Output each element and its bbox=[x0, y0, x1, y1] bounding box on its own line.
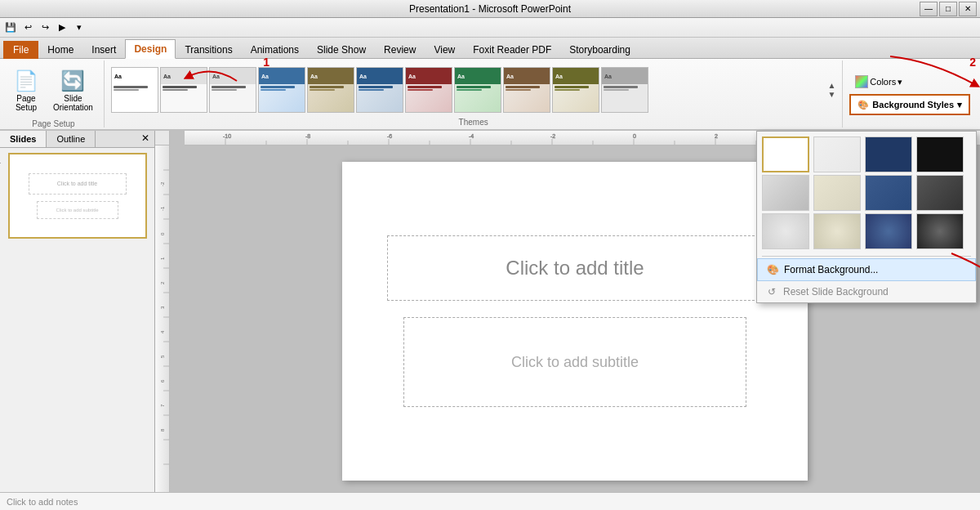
bg-style-2[interactable] bbox=[813, 136, 861, 172]
bg-style-11[interactable] bbox=[865, 213, 912, 249]
themes-group-label: Themes bbox=[459, 118, 488, 127]
orientation-label: SlideOrientation bbox=[53, 94, 93, 112]
window-title: Presentation1 - Microsoft PowerPoint bbox=[409, 3, 571, 15]
sidebar-tab-outline[interactable]: Outline bbox=[47, 131, 96, 147]
page-setup-icon: 📄 bbox=[14, 69, 38, 92]
sidebar-close-btn[interactable]: ✕ bbox=[136, 131, 154, 147]
theme-2[interactable]: Aa bbox=[160, 67, 207, 113]
tab-review[interactable]: Review bbox=[375, 40, 425, 59]
page-setup-group-label: Page Setup bbox=[32, 119, 74, 128]
ribbon-right-controls: Colors ▾ 🎨 Background Styles ▾ bbox=[843, 60, 977, 128]
minimize-btn[interactable]: — bbox=[920, 2, 938, 16]
slide-subtitle-area[interactable]: Click to add subtitle bbox=[403, 317, 746, 407]
bg-styles-icon: 🎨 bbox=[858, 100, 869, 110]
theme-partial[interactable]: Aa bbox=[601, 67, 648, 113]
theme-4[interactable]: Aa bbox=[258, 67, 305, 113]
page-setup-btn[interactable]: 📄 PageSetup bbox=[8, 64, 44, 118]
colors-dropdown-icon: ▾ bbox=[898, 77, 902, 87]
orientation-icon: 🔄 bbox=[60, 69, 85, 92]
theme-default[interactable]: Aa bbox=[111, 67, 158, 113]
bg-style-5[interactable] bbox=[762, 175, 809, 211]
slide-title-area[interactable]: Click to add title bbox=[387, 235, 763, 301]
bg-styles-dropdown-icon: ▾ bbox=[957, 100, 962, 110]
bg-style-3[interactable] bbox=[865, 136, 912, 172]
format-background-label: Format Background... bbox=[784, 264, 878, 275]
colors-swatch bbox=[855, 75, 868, 88]
tab-home[interactable]: Home bbox=[38, 40, 82, 59]
notes-bar[interactable]: Click to add notes bbox=[0, 492, 980, 510]
slide-thumbnail-1[interactable]: 1 Click to add title Click to add subtit… bbox=[8, 153, 147, 239]
svg-text:-4: -4 bbox=[469, 133, 474, 139]
sidebar-tab-slides[interactable]: Slides bbox=[0, 131, 47, 147]
notes-placeholder: Click to add notes bbox=[7, 497, 78, 507]
tab-insert[interactable]: Insert bbox=[82, 40, 125, 59]
themes-content: Aa Aa Aa bbox=[109, 64, 837, 116]
bg-style-4[interactable] bbox=[916, 136, 964, 172]
bg-style-6[interactable] bbox=[813, 175, 861, 211]
tab-storyboard[interactable]: Storyboarding bbox=[560, 40, 639, 59]
background-styles-btn[interactable]: 🎨 Background Styles ▾ bbox=[849, 94, 970, 115]
ribbon-group-themes: Aa Aa Aa bbox=[105, 60, 843, 128]
format-background-item[interactable]: 🎨 Format Background... bbox=[757, 258, 976, 281]
slide-title-placeholder: Click to add title bbox=[506, 257, 644, 280]
reset-background-label: Reset Slide Background bbox=[783, 286, 889, 298]
slide-orientation-btn[interactable]: 🔄 SlideOrientation bbox=[47, 64, 99, 118]
slide-1-preview: Click to add title Click to add subtitle bbox=[10, 154, 145, 237]
preview-title: Click to add title bbox=[29, 173, 127, 195]
tab-view[interactable]: View bbox=[425, 40, 464, 59]
svg-text:-2: -2 bbox=[550, 133, 555, 139]
themes-scroll-down[interactable]: ▼ bbox=[827, 90, 835, 99]
bg-style-12[interactable] bbox=[916, 213, 964, 249]
tab-design[interactable]: Design bbox=[125, 39, 176, 59]
theme-10[interactable]: Aa bbox=[552, 67, 599, 113]
present-qa-btn[interactable]: ▶ bbox=[55, 20, 69, 35]
svg-rect-27 bbox=[155, 145, 170, 492]
bg-style-8[interactable] bbox=[916, 175, 964, 211]
tab-slideshow[interactable]: Slide Show bbox=[308, 40, 375, 59]
bg-style-9[interactable] bbox=[762, 213, 809, 249]
bg-style-7[interactable] bbox=[865, 175, 912, 211]
theme-9[interactable]: Aa bbox=[503, 67, 550, 113]
theme-8[interactable]: Aa bbox=[454, 67, 501, 113]
close-btn[interactable]: ✕ bbox=[959, 2, 977, 16]
background-styles-dropdown: 🎨 Format Background... ↺ Reset Slide Bac… bbox=[756, 131, 977, 303]
svg-text:-10: -10 bbox=[223, 133, 231, 139]
svg-text:-2: -2 bbox=[160, 181, 165, 186]
theme-3[interactable]: Aa bbox=[209, 67, 256, 113]
format-background-icon: 🎨 bbox=[766, 263, 779, 276]
bg-dropdown-divider bbox=[762, 256, 971, 257]
window-controls: — □ ✕ bbox=[920, 2, 977, 16]
undo-qa-btn[interactable]: ↩ bbox=[20, 20, 35, 35]
tab-foxit[interactable]: Foxit Reader PDF bbox=[464, 40, 560, 59]
tab-file[interactable]: File bbox=[3, 41, 38, 59]
theme-6[interactable]: Aa bbox=[356, 67, 403, 113]
customize-qa-btn[interactable]: ▾ bbox=[72, 20, 87, 35]
ribbon-tabs: File Home Insert Design Transitions Anim… bbox=[0, 38, 980, 59]
slides-panel: 1 Click to add title Click to add subtit… bbox=[0, 148, 154, 492]
colors-label: Colors bbox=[870, 77, 896, 87]
sidebar: Slides Outline ✕ 1 Click to add title Cl… bbox=[0, 131, 155, 492]
sidebar-tabs: Slides Outline ✕ bbox=[0, 131, 154, 148]
reset-slide-background-item[interactable]: ↺ Reset Slide Background bbox=[757, 281, 976, 302]
theme-5[interactable]: Aa bbox=[307, 67, 354, 113]
themes-scroll-up[interactable]: ▲ bbox=[827, 81, 835, 90]
theme-7[interactable]: Aa bbox=[405, 67, 452, 113]
save-qa-btn[interactable]: 💾 bbox=[3, 20, 18, 35]
slide-number-1: 1 bbox=[0, 156, 1, 165]
bg-styles-label: Background Styles bbox=[872, 100, 954, 110]
tab-animations[interactable]: Animations bbox=[242, 40, 308, 59]
themes-scroll: ▲ ▼ bbox=[826, 79, 837, 101]
ribbon: 📄 PageSetup 🔄 SlideOrientation Page Setu… bbox=[0, 59, 980, 131]
bg-style-1[interactable] bbox=[762, 136, 809, 172]
svg-text:-6: -6 bbox=[387, 133, 392, 139]
ribbon-group-page-setup: 📄 PageSetup 🔄 SlideOrientation Page Setu… bbox=[3, 60, 105, 128]
bg-style-10[interactable] bbox=[813, 213, 861, 249]
svg-text:0: 0 bbox=[633, 133, 636, 139]
tab-transitions[interactable]: Transitions bbox=[176, 40, 241, 59]
page-setup-label: PageSetup bbox=[16, 94, 37, 112]
slide-canvas[interactable]: Click to add title Click to add subtitle bbox=[342, 162, 808, 481]
themes-container: Aa Aa Aa bbox=[109, 64, 823, 116]
colors-btn[interactable]: Colors ▾ bbox=[849, 73, 970, 91]
redo-qa-btn[interactable]: ↪ bbox=[38, 20, 52, 35]
maximize-btn[interactable]: □ bbox=[939, 2, 957, 16]
